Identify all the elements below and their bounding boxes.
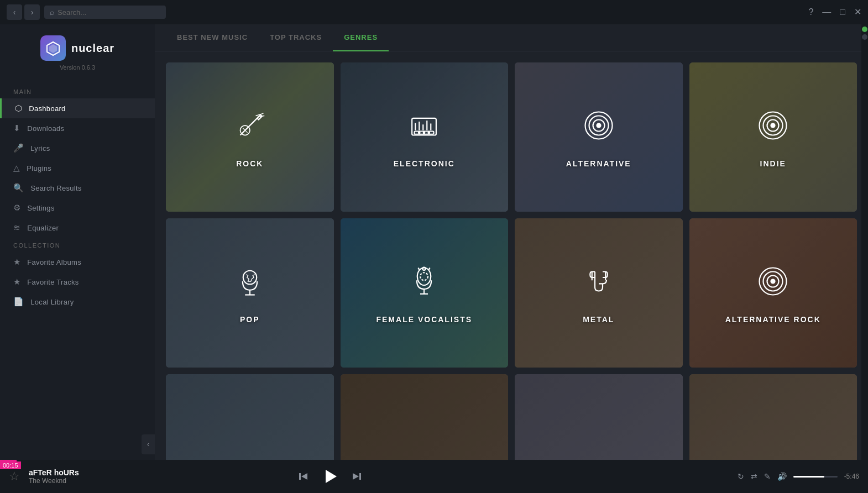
volume-fill [793,476,824,478]
help-button[interactable]: ? [808,8,813,17]
sidebar-item-favorite-tracks[interactable]: ★ Favorite Tracks [0,272,155,292]
search-container: ⌕ [44,6,166,19]
genre-card-pop[interactable]: POP [166,218,334,368]
genre-content: ROCK [166,62,334,212]
collection-section-label: COLLECTION [0,238,155,252]
maximize-button[interactable]: □ [840,8,845,17]
genre-icon-indie [754,106,792,150]
player-repeat-button[interactable]: ↻ [738,472,744,481]
local-library-icon: 📄 [13,297,24,307]
svg-point-23 [771,124,775,128]
genre-icon-alternative-rock [754,262,792,306]
favorite-tracks-icon: ★ [13,277,20,287]
right-scrollbar [861,24,868,460]
genre-content [689,374,857,460]
sidebar-item-plugins[interactable]: △ Plugins [0,158,155,178]
sidebar-item-dashboard[interactable]: ⬡ Dashboard [0,98,155,118]
genre-card-female-vocalists[interactable]: FEMALE VOCALISTS [341,218,509,368]
player-track-name: aFTeR hoURs [29,468,106,477]
genre-content [341,374,509,460]
player-right-controls: ↻ ⇄ ✎ 🔊 -5:46 [738,472,859,481]
sidebar-item-downloads[interactable]: ⬇ Downloads [0,118,155,138]
content-area: Best New Music Top Tracks Genres ROCK EL… [155,24,868,460]
svg-line-34 [429,268,430,270]
title-bar-right: ? — □ ✕ [808,8,861,17]
back-button[interactable]: ‹ [7,4,22,20]
genre-card-partial3[interactable] [515,374,683,460]
sidebar-item-label: Favorite Tracks [27,278,79,286]
sidebar-item-settings[interactable]: ⚙ Settings [0,198,155,218]
genre-icon-metal [579,262,618,306]
player-next-button[interactable] [352,471,362,481]
genre-card-partial2[interactable] [341,374,509,460]
player-controls [299,466,362,487]
genre-card-alternative-rock[interactable]: ALTERNATIVE ROCK [689,218,857,368]
sidebar-item-label: Local Library [30,298,74,306]
minimize-button[interactable]: — [822,8,831,17]
player-track-info: aFTeR hoURs The Weeknd [29,468,106,485]
logo-area: nuclear Version 0.6.3 [0,35,155,71]
genre-content: ALTERNATIVE [515,62,683,212]
settings-icon: ⚙ [13,203,20,213]
tab-best-new-music[interactable]: Best New Music [166,24,259,51]
player-prev-button[interactable] [299,471,308,481]
app-title: nuclear [71,42,114,55]
tabs: Best New Music Top Tracks Genres [155,24,868,51]
downloads-icon: ⬇ [13,123,20,133]
search-results-icon: 🔍 [13,183,24,193]
genre-label-alternative-rock: ALTERNATIVE ROCK [725,315,821,324]
player-play-button[interactable] [320,466,341,487]
svg-marker-41 [326,470,337,483]
window-controls: — □ ✕ [822,8,861,17]
svg-point-32 [423,268,426,270]
forward-button[interactable]: › [24,4,40,20]
sidebar-item-search-results[interactable]: 🔍 Search Results [0,178,155,198]
player-volume-button[interactable]: 🔊 [777,472,787,481]
title-bar: ‹ › ⌕ ? — □ ✕ [0,0,868,24]
sidebar-item-label: Favorite Albums [27,258,81,266]
genre-content: ELECTRONIC [341,62,509,212]
tab-genres[interactable]: Genres [333,24,389,51]
sidebar-item-local-library[interactable]: 📄 Local Library [0,292,155,312]
sidebar-item-lyrics[interactable]: 🎤 Lyrics [0,138,155,158]
scroll-dot-inactive [862,34,867,40]
sidebar-item-favorite-albums[interactable]: ★ Favorite Albums [0,252,155,272]
genre-card-metal[interactable]: METAL [515,218,683,368]
genre-icon-electronic [405,106,443,150]
equalizer-icon: ≋ [13,223,20,233]
genre-card-electronic[interactable]: ELECTRONIC [341,62,509,212]
sidebar-item-equalizer[interactable]: ≋ Equalizer [0,218,155,238]
genre-card-indie[interactable]: INDIE [689,62,857,212]
genre-content: METAL [515,218,683,368]
svg-point-15 [428,132,430,134]
genre-content: POP [166,218,334,368]
player-favorite-button[interactable]: ☆ [9,469,20,484]
player-shuffle-button[interactable]: ⇄ [751,472,757,481]
search-input[interactable] [57,8,146,17]
app-version: Version 0.6.3 [60,64,95,71]
player-time-end: -5:46 [844,473,859,480]
genre-content: ALTERNATIVE ROCK [689,218,857,368]
sidebar-item-label: Settings [27,204,54,212]
genre-content [515,374,683,460]
svg-point-19 [597,124,600,128]
sidebar-item-label: Downloads [27,124,64,133]
close-button[interactable]: ✕ [854,8,861,17]
volume-slider[interactable] [793,476,838,478]
genre-icon-alternative [579,106,618,150]
genre-card-alternative[interactable]: ALTERNATIVE [515,62,683,212]
player-lyrics-button[interactable]: ✎ [764,472,771,481]
genre-card-partial1[interactable] [166,374,334,460]
svg-line-33 [419,268,420,270]
sidebar-item-label: Lyrics [30,144,50,153]
svg-point-29 [420,272,428,280]
sidebar-item-label: Dashboard [29,104,65,113]
main-section-label: MAIN [0,84,155,98]
tab-top-tracks[interactable]: Top Tracks [259,24,333,51]
genre-card-rock[interactable]: ROCK [166,62,334,212]
genre-icon-rock [231,106,269,150]
sidebar-collapse-button[interactable]: ‹ [142,434,155,454]
nav-buttons: ‹ › [7,4,40,20]
genre-card-partial4[interactable] [689,374,857,460]
svg-rect-42 [359,473,361,480]
